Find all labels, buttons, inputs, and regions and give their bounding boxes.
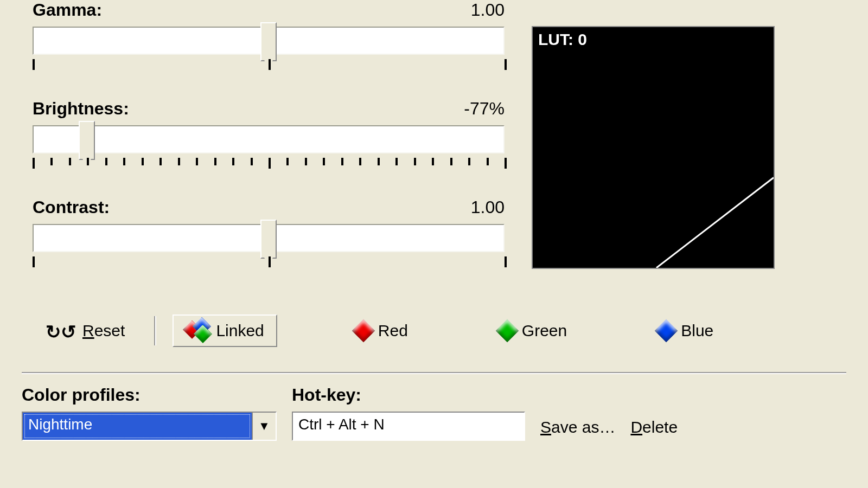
contrast-label: Contrast: xyxy=(33,197,110,217)
linked-button[interactable]: Linked xyxy=(173,314,277,347)
green-diamond-icon xyxy=(496,319,519,342)
save-as-rest: ave as… xyxy=(551,418,615,436)
gamma-slider-thumb[interactable] xyxy=(260,22,277,61)
divider xyxy=(22,372,846,374)
brightness-value: -77% xyxy=(464,99,505,119)
color-profiles-combobox[interactable]: Nighttime ▼ xyxy=(22,412,277,441)
lut-curve xyxy=(533,27,774,268)
blue-label: Blue xyxy=(681,322,713,340)
brightness-ticks xyxy=(33,158,505,171)
gamma-label: Gamma: xyxy=(33,0,102,20)
reset-icon: ↻↺ xyxy=(46,321,76,343)
gamma-row: Gamma: 1.00 xyxy=(33,0,505,72)
channel-buttons-row: ↻↺ Reset Linked Red Green Blue xyxy=(33,314,846,347)
linked-label: Linked xyxy=(216,322,264,340)
gamma-ticks xyxy=(33,59,505,72)
contrast-ticks xyxy=(33,256,505,269)
brightness-row: Brightness: -77% xyxy=(33,99,505,171)
color-profiles-label: Color profiles: xyxy=(22,385,277,405)
blue-diamond-icon xyxy=(655,319,678,342)
brightness-slider-thumb[interactable] xyxy=(79,121,95,160)
svg-line-0 xyxy=(656,178,774,268)
gamma-panel: Gamma: 1.00 Brightness: -77% Contrast: 1… xyxy=(0,0,868,488)
contrast-value: 1.00 xyxy=(471,197,505,217)
lut-preview: LUT: 0 xyxy=(532,26,775,269)
red-button[interactable]: Red xyxy=(342,316,421,345)
red-diamond-icon xyxy=(352,319,375,342)
reset-button[interactable]: ↻↺ Reset xyxy=(33,314,138,347)
blue-button[interactable]: Blue xyxy=(645,316,726,345)
red-label: Red xyxy=(378,322,408,340)
chevron-down-icon[interactable]: ▼ xyxy=(252,413,276,440)
save-as-button[interactable]: Save as… xyxy=(540,418,615,441)
delete-button[interactable]: Delete xyxy=(630,418,678,441)
hotkey-group: Hot-key: Ctrl + Alt + N xyxy=(292,385,525,441)
profiles-row: Color profiles: Nighttime ▼ Hot-key: Ctr… xyxy=(22,385,846,441)
contrast-slider[interactable] xyxy=(33,224,505,252)
reset-label-u: R xyxy=(82,322,94,339)
hotkey-input[interactable]: Ctrl + Alt + N xyxy=(292,412,525,441)
gamma-value: 1.00 xyxy=(471,0,505,20)
separator xyxy=(154,316,156,345)
hotkey-label: Hot-key: xyxy=(292,385,525,405)
green-label: Green xyxy=(522,322,567,340)
green-button[interactable]: Green xyxy=(486,316,580,345)
linked-icon xyxy=(186,320,209,342)
contrast-row: Contrast: 1.00 xyxy=(33,197,505,269)
brightness-slider[interactable] xyxy=(33,125,505,153)
color-profiles-selected: Nighttime xyxy=(23,413,252,440)
reset-label-rest: eset xyxy=(94,322,125,339)
delete-rest: elete xyxy=(642,418,678,436)
contrast-slider-thumb[interactable] xyxy=(260,220,277,259)
gamma-slider[interactable] xyxy=(33,27,505,55)
color-profiles-group: Color profiles: Nighttime ▼ xyxy=(22,385,277,441)
brightness-label: Brightness: xyxy=(33,99,129,119)
